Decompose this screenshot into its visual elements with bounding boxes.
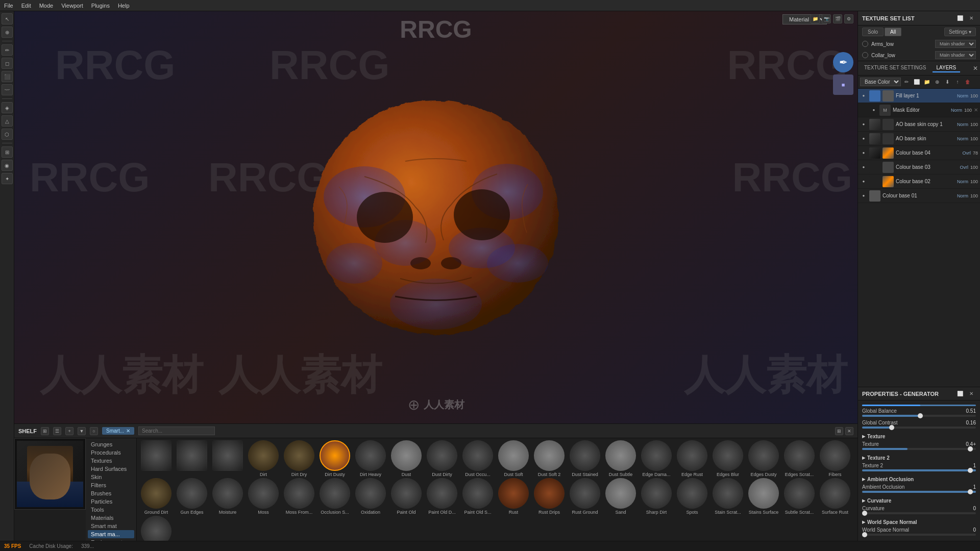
shelf-grid-icon[interactable]: ⊞ [41, 427, 49, 435]
slider-ao[interactable]: Ambient Occlusion 1 [862, 484, 976, 493]
layer-opacity-col03[interactable]: 100 [970, 165, 978, 170]
cat-filters[interactable]: Filters [88, 481, 134, 489]
props-close-icon[interactable]: ✕ [967, 389, 976, 398]
list-item[interactable]: Edges Dusty [746, 440, 781, 477]
list-item[interactable]: Paint Old D... [425, 478, 459, 515]
tab-texture-set-settings[interactable]: TEXTURE SET SETTINGS [860, 64, 930, 72]
layer-mode-col04[interactable]: Ovrl [962, 151, 971, 156]
props-expand-icon[interactable]: ⬜ [955, 389, 965, 398]
cat-grunges[interactable]: Grunges [88, 440, 134, 448]
list-item[interactable]: Sand [603, 478, 638, 515]
list-item[interactable]: Rust [496, 478, 531, 515]
cat-smart-ma[interactable]: Smart ma... [88, 530, 134, 538]
list-item[interactable]: Moss [246, 478, 281, 515]
tool-clone[interactable]: ⊞ [2, 146, 13, 158]
menu-viewport[interactable]: Viewport [61, 3, 83, 9]
layer-eye-fill-1[interactable] [860, 92, 867, 99]
cat-procedurals[interactable]: Procedurals [88, 448, 134, 457]
viewport-settings-icon[interactable]: ⚙ [844, 14, 853, 23]
viewport-video-icon[interactable]: 🎬 [833, 14, 842, 23]
list-item[interactable]: Dust Dirty [425, 440, 459, 477]
slider-texture2[interactable]: Texture 2 1 [862, 463, 976, 471]
color-swatch[interactable]: ■ [833, 74, 853, 95]
layer-eye-ao-skin[interactable] [860, 135, 867, 142]
shelf-view-grid-icon[interactable]: ⊞ [835, 427, 843, 435]
viewport-3d[interactable]: RRCG RRCG RRCG RRCG RRCG RRCG 人人素材 人人素材 … [14, 11, 857, 423]
layer-opacity-col02[interactable]: 100 [970, 179, 978, 184]
list-item[interactable]: Dust Subtle [603, 440, 638, 477]
list-item[interactable]: Edge Dama... [639, 440, 674, 477]
slider-curvature[interactable]: Curvature 0 [862, 506, 976, 514]
smart-filter-tag[interactable]: Smart... ✕ [102, 427, 134, 435]
cat-textures[interactable]: Textures [88, 457, 134, 465]
layer-add-fill-icon[interactable]: ⬜ [912, 78, 921, 87]
cat-tools[interactable]: Tools [88, 506, 134, 514]
tool-select[interactable]: ⬡ [2, 129, 13, 140]
cat-brushes[interactable]: Brushes [88, 489, 134, 497]
list-item[interactable]: Ground Dirt [139, 478, 174, 515]
cat-materials[interactable]: Materials [88, 514, 134, 522]
list-item[interactable]: Edges Blur [710, 440, 745, 477]
list-item[interactable]: Stain Scrat... [710, 478, 745, 515]
list-item[interactable]: Dust Occu... [460, 440, 495, 477]
menu-edit[interactable]: Edit [21, 3, 31, 9]
material-collar-low[interactable]: Collar_low Main shader [858, 49, 980, 61]
list-item[interactable] [210, 440, 245, 477]
shader-select-arms[interactable]: Main shader [935, 40, 976, 48]
list-item[interactable]: Edge Rust [675, 440, 709, 477]
list-item[interactable]: Surface Rust [818, 478, 852, 515]
layer-mode-col02[interactable]: Norm [957, 179, 968, 184]
list-item[interactable]: Fibers [818, 440, 852, 477]
layer-eye-col02[interactable] [860, 178, 867, 185]
list-item[interactable]: Dust [389, 440, 424, 477]
layer-eye-mask[interactable] [870, 107, 877, 114]
curvature-thumb[interactable] [862, 511, 867, 516]
ao-track[interactable] [862, 491, 976, 493]
section-ao[interactable]: ▶ Ambient Occlusion [862, 474, 976, 484]
tool-eraser[interactable]: ◻ [2, 58, 13, 69]
wsn-thumb[interactable] [862, 532, 867, 537]
list-item[interactable]: Dirt [246, 440, 281, 477]
layer-eye-col04[interactable] [860, 149, 867, 157]
list-item[interactable]: Paint Old S... [460, 478, 495, 515]
shelf-list-icon[interactable]: ☰ [53, 427, 61, 435]
layer-mode-mask[interactable]: Norm [951, 108, 962, 113]
cat-smart-mat[interactable]: Smart mat [88, 522, 134, 530]
layer-mode-ao-skin[interactable]: Norm [957, 136, 968, 141]
layers-close-btn[interactable]: ✕ [973, 65, 978, 72]
shelf-search-input[interactable] [138, 427, 215, 435]
list-item[interactable]: Stains Surface [746, 478, 781, 515]
layer-export-icon[interactable]: ↑ [953, 78, 962, 87]
list-item[interactable]: Gun Edges [175, 478, 209, 515]
brush-icon[interactable]: ✒ [833, 52, 853, 72]
tool-smudge[interactable]: 〰 [2, 84, 13, 95]
tool-paint[interactable]: ✏ [2, 44, 13, 56]
cat-skin[interactable]: Skin [88, 473, 134, 481]
global-balance-track[interactable] [862, 415, 976, 417]
list-item[interactable] [139, 440, 174, 477]
layer-mode-fill-1[interactable]: Norm [957, 93, 968, 98]
tool-geometry[interactable]: △ [2, 115, 13, 127]
list-item[interactable]: Moss From... [282, 478, 316, 515]
section-texture2[interactable]: ▶ Texture 2 [862, 453, 976, 463]
settings-dropdown[interactable]: Settings ▾ [944, 28, 976, 36]
layer-eye-ao-copy[interactable] [860, 121, 867, 128]
layer-ao-base-skin-copy[interactable]: AO base skin copy 1 Norm 100 [858, 117, 980, 132]
channel-dropdown[interactable]: Base Color [860, 78, 901, 86]
tab-layers[interactable]: LAYERS [933, 64, 961, 72]
menu-mode[interactable]: Mode [39, 3, 54, 9]
layer-colour-01[interactable]: Colour base 01 Norm 100 [858, 189, 980, 203]
texture-track[interactable] [862, 448, 976, 450]
layer-opacity-ao-copy[interactable]: 100 [970, 122, 978, 127]
global-balance-thumb[interactable] [918, 413, 923, 418]
texture2-track[interactable] [862, 469, 976, 471]
layer-mode-ao-copy[interactable]: Norm [957, 122, 968, 127]
list-item[interactable]: Oxidation [353, 478, 388, 515]
list-item[interactable]: Rust Ground [568, 478, 602, 515]
shelf-close-icon[interactable]: ✕ [845, 427, 853, 435]
viewport-camera-icon[interactable]: 📷 [822, 14, 831, 23]
list-item[interactable]: Paint Old [389, 478, 424, 515]
layer-opacity-mask[interactable]: 100 [964, 108, 972, 113]
list-item[interactable]: Spots [675, 478, 709, 515]
list-item[interactable]: Dirt Dry [282, 440, 316, 477]
